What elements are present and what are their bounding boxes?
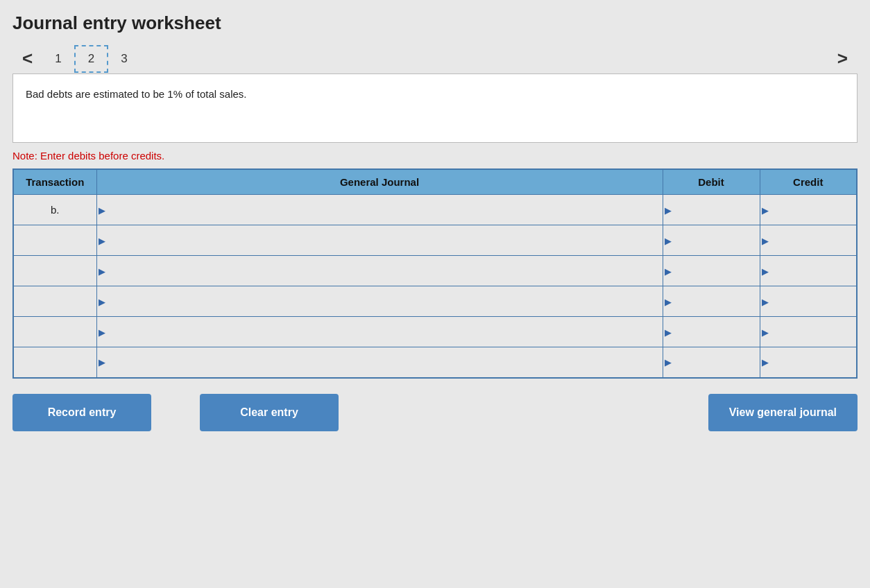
general-journal-cell[interactable]: ▶ — [96, 347, 663, 378]
general-journal-input[interactable] — [97, 286, 663, 316]
general-journal-input[interactable] — [97, 347, 663, 377]
general-journal-cell[interactable]: ▶ — [96, 225, 663, 256]
transaction-cell — [13, 347, 96, 378]
debit-cell[interactable]: ▶ — [663, 225, 760, 256]
col-header-transaction: Transaction — [13, 169, 96, 195]
note-text: Note: Enter debits before credits. — [12, 150, 858, 162]
prev-arrow-button[interactable]: < — [12, 44, 42, 74]
description-box: Bad debts are estimated to be 1% of tota… — [12, 74, 858, 143]
general-journal-cell[interactable]: ▶ — [96, 256, 663, 286]
general-journal-cell[interactable]: ▶ — [96, 286, 663, 317]
tabs-row: < 1 2 3 > — [12, 44, 858, 74]
table-row: ▶▶▶ — [13, 256, 857, 286]
debit-cell[interactable]: ▶ — [663, 317, 760, 347]
debit-input[interactable] — [663, 195, 760, 225]
transaction-cell — [13, 256, 96, 286]
general-journal-input[interactable] — [97, 195, 663, 225]
col-header-credit: Credit — [760, 169, 857, 195]
debit-cell[interactable]: ▶ — [663, 195, 760, 225]
credit-input[interactable] — [760, 256, 857, 286]
page-title: Journal entry worksheet — [12, 12, 858, 34]
credit-cell[interactable]: ▶ — [760, 225, 857, 256]
debit-cell[interactable]: ▶ — [663, 256, 760, 286]
tab-2[interactable]: 2 — [74, 45, 108, 73]
credit-input[interactable] — [760, 225, 857, 255]
credit-cell[interactable]: ▶ — [760, 347, 857, 378]
table-row: ▶▶▶ — [13, 225, 857, 256]
debit-input[interactable] — [663, 317, 760, 347]
credit-cell[interactable]: ▶ — [760, 286, 857, 317]
view-general-journal-button[interactable]: View general journal — [708, 394, 858, 431]
tab-3[interactable]: 3 — [108, 46, 139, 71]
credit-cell[interactable]: ▶ — [760, 195, 857, 225]
general-journal-cell[interactable]: ▶ — [96, 317, 663, 347]
transaction-cell — [13, 317, 96, 347]
credit-cell[interactable]: ▶ — [760, 256, 857, 286]
tab-1[interactable]: 1 — [42, 46, 74, 71]
credit-input[interactable] — [760, 317, 857, 347]
general-journal-input[interactable] — [97, 317, 663, 347]
debit-input[interactable] — [663, 256, 760, 286]
debit-cell[interactable]: ▶ — [663, 347, 760, 378]
col-header-general-journal: General Journal — [96, 169, 663, 195]
next-arrow-button[interactable]: > — [828, 44, 858, 74]
table-row: ▶▶▶ — [13, 317, 857, 347]
transaction-cell: b. — [13, 195, 96, 225]
credit-input[interactable] — [760, 347, 857, 377]
col-header-debit: Debit — [663, 169, 760, 195]
table-row: ▶▶▶ — [13, 286, 857, 317]
credit-cell[interactable]: ▶ — [760, 317, 857, 347]
debit-cell[interactable]: ▶ — [663, 286, 760, 317]
credit-input[interactable] — [760, 286, 857, 316]
general-journal-cell[interactable]: ▶ — [96, 195, 663, 225]
table-row: b.▶▶▶ — [13, 195, 857, 225]
buttons-row: Record entry Clear entry View general jo… — [12, 394, 858, 431]
debit-input[interactable] — [663, 286, 760, 316]
transaction-cell — [13, 286, 96, 317]
journal-table: Transaction General Journal Debit Credit… — [12, 168, 858, 379]
table-row: ▶▶▶ — [13, 347, 857, 378]
description-text: Bad debts are estimated to be 1% of tota… — [26, 88, 247, 100]
general-journal-input[interactable] — [97, 256, 663, 286]
debit-input[interactable] — [663, 225, 760, 255]
record-entry-button[interactable]: Record entry — [12, 394, 151, 431]
general-journal-input[interactable] — [97, 225, 663, 255]
debit-input[interactable] — [663, 347, 760, 377]
credit-input[interactable] — [760, 195, 857, 225]
clear-entry-button[interactable]: Clear entry — [200, 394, 339, 431]
transaction-cell — [13, 225, 96, 256]
